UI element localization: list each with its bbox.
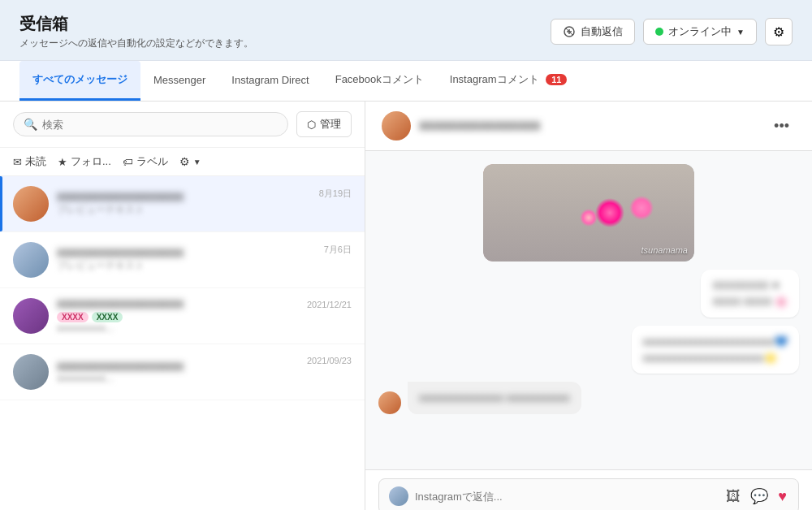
tab-facebook-comment[interactable]: Facebookコメント [322,61,437,101]
bubble-text-2: xxxxxxxxxxxxxxxxxxxxxxxxx💙 xxxxxxxxxxxxx… [643,334,788,365]
search-input-wrap[interactable]: 🔍 [13,112,288,136]
chat-messages: tsunamama XXXXXXXX ✦ XXXX XXXX 🌸 xxxxxxx… [365,151,812,469]
like-button[interactable]: ♥ [776,486,788,507]
star-icon: ★ [58,156,67,168]
chat-more-button[interactable]: ••• [767,115,796,138]
tab-instagram-direct[interactable]: Instagram Direct [218,63,322,100]
auto-reply-icon [563,25,576,38]
bubble-icon: 💬 [750,487,768,505]
input-actions: 🖼 💬 ♥ [724,486,788,507]
header-actions: 自動返信 オンライン中 ▼ ⚙ [551,18,793,45]
inbox-panel: 🔍 ⬡ 管理 ✉ 未読 ★ フォロ... 🏷 ラベル ⚙ [0,102,365,510]
image-attach-button[interactable]: 🖼 [724,486,742,507]
shared-image: tsunamama [483,164,694,261]
search-icon: 🔍 [24,118,37,131]
contact-name: XXXXXXXXXXXXXXXXXX [57,298,203,310]
tag-icon: 🏷 [123,156,133,168]
chat-avatar [382,111,411,140]
active-indicator [0,176,2,231]
image-watermark: tsunamama [641,245,688,255]
message-content: XXXXXXXXXXXXXXXXXX プレビューテキスト [57,247,317,273]
auto-reply-button[interactable]: 自動返信 [551,19,635,45]
avatar [13,242,49,278]
filter-label-label: ラベル [136,154,168,169]
outgoing-message-wrap-2: xxxxxxxxxxxxxxxxxxxxxxxxx💙 xxxxxxxxxxxxx… [378,326,799,374]
filter-follow-label: フォロ... [71,154,111,169]
contact-name: XXXXXXXXXXXXXXXXXX [57,247,203,259]
chat-input-area: 🖼 💬 ♥ [365,469,812,510]
filter-chevron-icon: ▼ [193,158,201,166]
bubble-line4: xxxxxxxxxxxxxxxxxxxxxxx🌟 [643,350,788,366]
page-subtitle: メッセージへの返信や自動化の設定などができます。 [19,37,253,50]
avatar [13,298,49,334]
message-time: 2021/12/21 [307,298,352,309]
tab-bar: すべてのメッセージ Messenger Instagram Direct Fac… [0,61,812,102]
message-time: 7月6日 [324,242,352,256]
contact-name: XXXXXXXXXXXXXXXXXX [57,361,203,373]
message-preview: xxxxxxxxxx... [57,322,300,334]
gear-icon: ⚙ [773,24,784,40]
chat-input-row: 🖼 💬 ♥ [378,478,799,510]
message-time: 2021/09/23 [307,354,352,365]
reply-avatar [389,486,408,506]
list-item[interactable]: XXXXXXXXXXXXXXXXXX xxxxxxxxxx... 2021/09… [0,344,365,400]
message-time: 8月19日 [319,186,352,200]
chat-reply-input[interactable] [415,491,718,503]
online-status-button[interactable]: オンライン中 ▼ [643,19,757,45]
manage-button[interactable]: ⬡ 管理 [296,111,352,137]
filter-unread[interactable]: ✉ 未読 [13,154,46,169]
incoming-avatar [378,391,401,414]
label-tag: XXXX [92,312,123,322]
filter-label[interactable]: 🏷 ラベル [123,154,168,169]
header-title-area: 受信箱 メッセージへの返信や自動化の設定などができます。 [19,13,253,50]
bubble-line2: XXXX XXXX 🌸 [712,294,788,310]
image-icon: 🖼 [726,488,741,505]
quick-reply-button[interactable]: 💬 [749,486,770,507]
message-preview: プレビューテキスト [57,259,317,273]
list-item[interactable]: XXXXXXXXXXXXXXXXXX XXXX XXXX xxxxxxxxxx.… [0,288,365,344]
list-item[interactable]: XXXXXXXXXXXXXXXXXX プレビューテキスト 7月6日 [0,232,365,288]
chat-header-left: XXXXXXXXXXXXXXXX [382,111,540,140]
avatar [13,354,49,390]
auto-reply-label: 自動返信 [581,24,623,39]
incoming-text: xxxxxxxxxxxxxxxx xxxxxxxxxxxx [419,390,570,406]
bubble-line3: xxxxxxxxxxxxxxxxxxxxxxxxx💙 [643,334,788,350]
outgoing-bubble-2: xxxxxxxxxxxxxxxxxxxxxxxxx💙 xxxxxxxxxxxxx… [632,326,800,374]
search-input[interactable] [42,119,278,131]
manage-icon: ⬡ [307,119,316,131]
search-bar: 🔍 ⬡ 管理 [0,102,365,148]
avatar [13,186,49,222]
sliders-icon: ⚙ [179,155,190,168]
filter-bar: ✉ 未読 ★ フォロ... 🏷 ラベル ⚙ ▼ [0,148,365,176]
more-icon: ••• [774,118,789,134]
page-header: 受信箱 メッセージへの返信や自動化の設定などができます。 自動返信 オンライン中… [0,0,812,61]
message-list: XXXXXXXXXXXXXXXXXX プレビューテキスト 8月19日 XXXXX… [0,176,365,510]
tab-instagram-comment[interactable]: Instagramコメント 11 [437,61,581,101]
chat-panel: XXXXXXXXXXXXXXXX ••• tsunamama XXXXXXXX … [365,102,812,510]
mail-icon: ✉ [13,156,22,168]
filter-more[interactable]: ⚙ ▼ [179,155,201,168]
chat-header: XXXXXXXXXXXXXXXX ••• [365,102,812,151]
heart-icon: ♥ [778,488,787,505]
chat-contact-name: XXXXXXXXXXXXXXXX [419,119,540,132]
main-content: 🔍 ⬡ 管理 ✉ 未読 ★ フォロ... 🏷 ラベル ⚙ [0,102,812,510]
message-content: XXXXXXXXXXXXXXXXXX XXXX XXXX xxxxxxxxxx.… [57,298,300,334]
instagram-comment-badge: 11 [546,74,567,85]
tab-all-messages[interactable]: すべてのメッセージ [19,61,140,101]
bubble-line1: XXXXXXXX ✦ [712,278,788,294]
image-message: tsunamama [483,164,694,261]
settings-button[interactable]: ⚙ [765,18,793,45]
outgoing-bubble: XXXXXXXX ✦ XXXX XXXX 🌸 [701,270,799,318]
manage-label: 管理 [320,117,341,132]
tab-messenger[interactable]: Messenger [140,63,218,100]
online-indicator [655,28,663,36]
online-label: オンライン中 [668,24,732,39]
chevron-down-icon: ▼ [736,28,745,37]
filter-follow[interactable]: ★ フォロ... [58,154,111,169]
list-item[interactable]: XXXXXXXXXXXXXXXXXX プレビューテキスト 8月19日 [0,176,365,232]
label-tag: XXXX [57,312,89,322]
message-content: XXXXXXXXXXXXXXXXXX xxxxxxxxxx... [57,361,300,384]
bubble-text: XXXXXXXX ✦ XXXX XXXX 🌸 [712,278,788,309]
incoming-message-wrap: xxxxxxxxxxxxxxxx xxxxxxxxxxxx [378,382,799,414]
contact-name: XXXXXXXXXXXXXXXXXX [57,191,203,203]
